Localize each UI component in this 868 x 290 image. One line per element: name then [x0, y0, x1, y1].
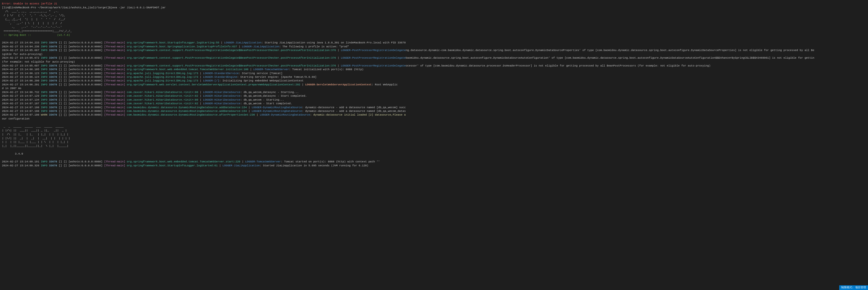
meefit-art-5: | | | || |___ | |___ | | \ | | | |_| |	[2, 140, 866, 144]
log-line-tomcat-init: 2024-02-27 15:14:06.105 INFO 33678 [] []…	[2, 68, 866, 71]
meefit-art-3: | /\ || |_ | |_ | |_| | | | |_| |	[2, 133, 866, 137]
status-bar-text: 制限模式: 项目管理	[841, 286, 866, 289]
meefit-art-2: | |/\| || ___|| ___|| _ ||_ _|| _ |	[2, 129, 866, 133]
log-cont-1: igible for auto-proxying)	[2, 52, 866, 57]
log-line-hikari-1: 2024-02-27 15:14:06.732 INFO 33678 [] []…	[2, 90, 866, 94]
blank-2	[2, 121, 866, 125]
error-line-1: Error: Unable to access jarfile Ji	[2, 2, 866, 6]
log-line-spring-context: 2024-02-27 15:14:06.290 INFO 33678 [] []…	[2, 79, 866, 83]
log-line-warn: 2024-02-27 15:14:07.198 WARN 33678 [] []…	[2, 113, 866, 117]
log-line-hikari-4: 2024-02-27 15:14:07.197 INFO 33678 [] []…	[2, 102, 866, 106]
log-line-servlet-context: 2024-02-27 15:14:06.291 INFO 33678 [] []…	[2, 83, 866, 86]
ascii-art-6: =========|_|==================|___/=/_/_…	[2, 30, 866, 33]
spring-boot-banner: :: Spring Boot :: (v2.7.6)	[2, 33, 866, 37]
ascii-art-5: -, ,--' '--'--'--'--'--'--'	[2, 26, 866, 30]
meefit-art-6: |_| |_||_____||_____||_| \ |_| |_____|	[2, 144, 866, 148]
log-line-startup: 2024-02-27 15:14:04.233 INFO 33678 [] []…	[2, 41, 866, 45]
log-line-postprocessor-1: 2024-02-27 15:14:05.667 INFO 33678 [] []…	[2, 48, 866, 52]
log-line-profile: 2024-02-27 15:14:04.236 INFO 33678 [] []…	[2, 45, 866, 48]
blank-3	[2, 148, 866, 152]
ascii-art-4: `, ` _,-' | \ | | | | | / /	[2, 22, 866, 26]
blank-1	[2, 37, 866, 41]
status-bar: 制限模式: 项目管理	[839, 285, 868, 290]
log-line-dynamic-1: 2024-02-27 15:14:07.198 INFO 33678 [] []…	[2, 106, 866, 109]
terminal: Error: Unable to access jarfile Ji [lin@…	[0, 0, 868, 290]
prompt-line: [lin@lindeMacBook-Pro ~/Desktop/work/Jia…	[2, 6, 866, 10]
log-line-standard-engine: 2024-02-27 15:14:06.124 INFO 33678 [] []…	[2, 75, 866, 79]
blank-4	[2, 156, 866, 160]
log-line-hikari-2: 2024-02-27 15:14:07.129 INFO 33678 [] []…	[2, 94, 866, 98]
log-line-started: 2024-02-27 15:14:09.326 INFO 33678 [] []…	[2, 164, 866, 168]
log-line-postprocessor-2: 2024-02-27 15:14:05.672 INFO 33678 [] []…	[2, 56, 866, 60]
log-cont-3: d in 2007 ms	[2, 86, 866, 90]
log-line-dynamic-2: 2024-02-27 15:14:07.198 INFO 33678 [] []…	[2, 109, 866, 113]
log-cont-warn: our configuration	[2, 117, 866, 121]
log-line-hikari-3: 2024-02-27 15:14:07.134 INFO 33678 [] []…	[2, 98, 866, 102]
log-cont-2: (for example: not eligible for auto-prox…	[2, 60, 866, 64]
log-line-standard-service: 2024-02-27 15:14:06.123 INFO 33678 [] []…	[2, 72, 866, 75]
log-line-postprocessor-3: 2024-02-27 15:14:05.697 INFO 33678 [] []…	[2, 64, 866, 68]
ascii-art-2: / ) \/ ( ',' ', ' -\_\,-',- , '/),	[2, 14, 866, 18]
meefit-art-4: | |\/| || _| | _| | __| | | | | | |	[2, 137, 866, 141]
ascii-art-1: /\ ___'_ ,,_ _,_,_,_,,_, " ,-.	[2, 10, 866, 14]
ascii-art-3: (__ ,[_,-( '| | | ' ' ' / /__/	[2, 18, 866, 22]
version-text: 3.4.0	[2, 152, 866, 156]
meefit-art-1: _ _ _____ _____ ___ _____ _____	[2, 125, 866, 129]
log-line-tomcat-start: 2024-02-27 15:14:09.191 INFO 33678 [] []…	[2, 160, 866, 164]
